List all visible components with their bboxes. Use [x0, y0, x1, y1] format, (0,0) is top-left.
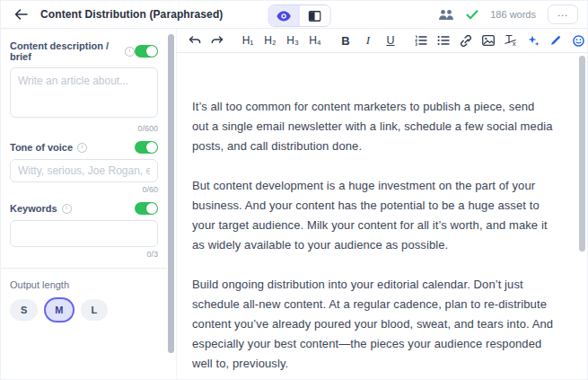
arrow-left-icon — [14, 9, 28, 20]
output-length-s[interactable]: S — [10, 299, 38, 321]
content-description-toggle[interactable] — [135, 45, 158, 57]
keywords-toggle[interactable] — [135, 202, 158, 215]
collaborators-icon[interactable] — [438, 9, 454, 21]
output-length-m[interactable]: M — [44, 297, 74, 323]
tone-of-voice-input[interactable] — [10, 159, 158, 182]
info-icon — [125, 47, 135, 57]
ai-tone-button[interactable] — [571, 31, 585, 49]
paragraph[interactable]: It’s all too common for content marketer… — [192, 97, 554, 156]
redo-button[interactable] — [210, 31, 224, 49]
image-button[interactable] — [481, 31, 496, 49]
field-label: Keywords — [10, 203, 57, 214]
tone-of-voice-toggle[interactable] — [135, 141, 158, 154]
output-length-label: Output length — [10, 279, 158, 290]
clear-format-icon: Tx — [505, 33, 515, 48]
field-head: Keywords — [10, 202, 158, 215]
info-icon — [77, 143, 87, 153]
heading4-button[interactable]: H₄ — [308, 31, 322, 49]
bullet-list-button[interactable] — [436, 31, 451, 49]
editor-content-area[interactable]: It’s all too common for content marketer… — [177, 53, 587, 379]
eye-icon — [276, 11, 291, 22]
redo-icon — [211, 36, 224, 45]
editor-scrollbar-thumb[interactable] — [579, 56, 585, 252]
bullet-list-icon — [437, 35, 450, 46]
ellipsis-icon: ... — [557, 7, 568, 18]
layout-toggle-button[interactable] — [299, 5, 329, 26]
sparkle-icon — [528, 35, 540, 47]
clear-format-button[interactable]: Tx — [504, 31, 518, 49]
sidebar-scrollbar-thumb[interactable] — [168, 34, 174, 353]
char-counter: 0/60 — [10, 185, 158, 194]
editor-pane: H₁ H₂ H₃ H₄ B I U — [176, 29, 587, 379]
bold-button[interactable]: B — [338, 31, 353, 49]
ai-improve-button[interactable] — [526, 31, 540, 49]
heading3-button[interactable]: H₃ — [285, 31, 300, 49]
image-icon — [482, 35, 495, 46]
pencil-icon — [550, 35, 561, 46]
view-toggle — [268, 4, 330, 27]
italic-button[interactable]: I — [361, 31, 375, 49]
field-keywords: Keywords 0/3 — [10, 202, 158, 259]
back-button[interactable] — [12, 5, 30, 23]
paragraph[interactable]: But content development is a huge invest… — [192, 176, 554, 255]
char-counter: 0/600 — [10, 124, 158, 133]
field-head: Content description / brief — [10, 40, 158, 62]
ordered-list-button[interactable] — [414, 31, 428, 49]
keywords-input[interactable] — [10, 220, 158, 247]
undo-button[interactable] — [188, 31, 202, 49]
ordered-list-icon — [415, 35, 427, 46]
divider — [1, 268, 167, 269]
output-length-l[interactable]: L — [81, 299, 109, 321]
page-title: Content Distribution (Paraphrased) — [40, 8, 223, 21]
field-head: Tone of voice — [10, 141, 158, 154]
field-tone-of-voice: Tone of voice 0/60 — [10, 141, 158, 194]
heading2-button[interactable]: H₂ — [263, 31, 277, 49]
heading1-button[interactable]: H₁ — [241, 31, 255, 49]
document-text: It’s all too common for content marketer… — [177, 53, 581, 379]
paragraph[interactable]: Build ongoing distribution into your edi… — [192, 275, 554, 374]
undo-icon — [189, 36, 201, 45]
sidebar-scrollbar — [167, 29, 176, 379]
output-length-options: S M L — [10, 297, 158, 323]
content-description-input[interactable] — [10, 67, 158, 118]
link-icon — [460, 35, 472, 47]
field-label: Content description / brief — [10, 40, 120, 62]
word-count: 186 words — [490, 9, 536, 20]
ai-write-button[interactable] — [549, 31, 563, 49]
field-content-description: Content description / brief 0/600 — [10, 40, 158, 133]
smiley-icon — [573, 35, 584, 47]
link-button[interactable] — [459, 31, 473, 49]
info-icon — [62, 204, 72, 214]
saved-check-icon — [466, 10, 478, 20]
header: Content Distribution (Paraphrased) 186 w… — [1, 1, 587, 29]
editor-toolbar: H₁ H₂ H₃ H₄ B I U — [177, 29, 587, 53]
underline-button[interactable]: U — [383, 31, 398, 49]
panel-layout-icon — [308, 11, 320, 22]
header-right: 186 words ... — [438, 4, 578, 24]
more-menu-button[interactable]: ... — [548, 4, 578, 24]
app-window: Content Distribution (Paraphrased) 186 w… — [0, 0, 588, 380]
field-label: Tone of voice — [10, 142, 73, 153]
sidebar: Content description / brief 0/600 Tone o… — [1, 29, 167, 379]
char-counter: 0/3 — [10, 250, 158, 259]
body: Content description / brief 0/600 Tone o… — [1, 29, 587, 379]
preview-toggle-button[interactable] — [268, 5, 299, 26]
editor-scrollbar — [579, 56, 585, 376]
